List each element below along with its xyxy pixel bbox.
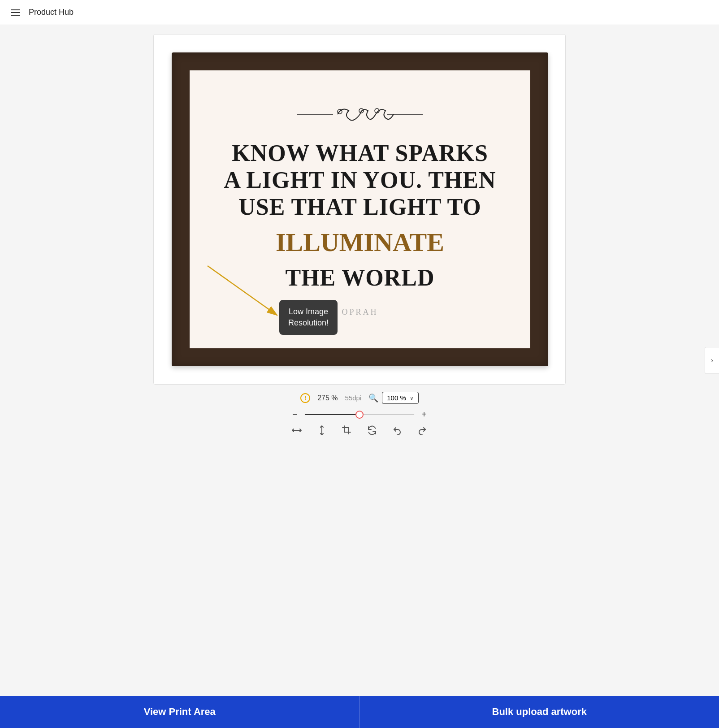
page-title: Product Hub <box>29 8 74 17</box>
zoom-container: 🔍 100 % ∨ <box>368 392 419 404</box>
canvas-container: KNOW WHAT SPARKS A LIGHT IN YOU. THEN US… <box>153 34 566 385</box>
slider-row: − + <box>292 409 427 420</box>
bulk-upload-button[interactable]: Bulk upload artwork <box>360 696 719 728</box>
redo-icon[interactable] <box>417 425 428 436</box>
view-print-area-button[interactable]: View Print Area <box>0 696 360 728</box>
refresh-icon[interactable] <box>367 425 377 436</box>
slider-minus[interactable]: − <box>292 409 298 420</box>
expand-vertical-icon[interactable] <box>316 425 327 436</box>
frame-author: OPRAH <box>342 308 378 317</box>
product-frame: KNOW WHAT SPARKS A LIGHT IN YOU. THEN US… <box>172 52 548 366</box>
undo-icon[interactable] <box>392 425 403 436</box>
frame-quote-text: KNOW WHAT SPARKS A LIGHT IN YOU. THEN US… <box>224 140 496 220</box>
slider-thumb[interactable] <box>355 411 364 419</box>
controls-bar: ! 275 % 55dpi 🔍 100 % ∨ − + <box>153 392 566 436</box>
frame-quote-highlight: ILLUMINATE <box>276 227 444 257</box>
zoom-value: 100 % <box>387 394 406 402</box>
slider-plus[interactable]: + <box>421 409 427 420</box>
canvas-area: KNOW WHAT SPARKS A LIGHT IN YOU. THEN US… <box>0 34 719 687</box>
dpi-value: 55dpi <box>345 394 362 402</box>
menu-icon[interactable] <box>9 8 22 17</box>
main-content: KNOW WHAT SPARKS A LIGHT IN YOU. THEN US… <box>0 25 719 696</box>
frame-ornament <box>293 102 427 129</box>
chevron-right-icon: › <box>711 356 713 364</box>
bottom-buttons: View Print Area Bulk upload artwork <box>0 696 719 728</box>
expand-horizontal-icon[interactable] <box>291 425 302 436</box>
frame-inner: KNOW WHAT SPARKS A LIGHT IN YOU. THEN US… <box>190 70 530 348</box>
frame-quote-line4: THE WORLD <box>285 264 434 291</box>
slider-fill <box>305 414 360 415</box>
zoom-dropdown[interactable]: 100 % ∨ <box>382 392 419 404</box>
warning-icon: ! <box>300 393 310 403</box>
right-panel-toggle[interactable]: › <box>705 347 719 374</box>
tools-row <box>291 425 428 436</box>
slider-track[interactable] <box>305 414 415 415</box>
crop-icon[interactable] <box>342 425 352 436</box>
chevron-down-icon: ∨ <box>410 395 414 401</box>
header: Product Hub <box>0 0 719 25</box>
dpi-percent: 275 % <box>317 394 338 402</box>
zoom-search-icon: 🔍 <box>368 393 378 403</box>
dpi-row: ! 275 % 55dpi 🔍 100 % ∨ <box>300 392 419 404</box>
